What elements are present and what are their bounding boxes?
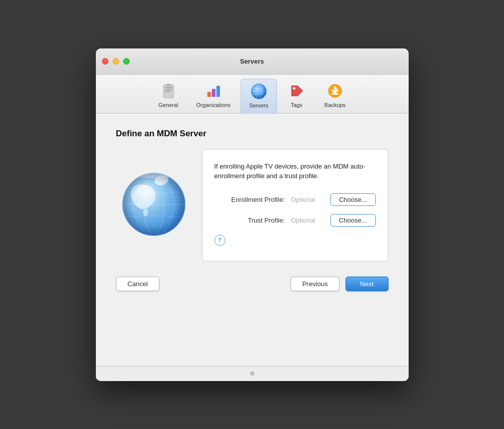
bottom-indicator xyxy=(250,371,254,376)
backup-icon xyxy=(326,82,344,100)
previous-button[interactable]: Previous xyxy=(291,277,340,291)
close-button[interactable] xyxy=(102,58,108,65)
toolbar-item-organizations[interactable]: Organizations xyxy=(188,79,239,113)
maximize-button[interactable] xyxy=(123,58,130,65)
page-title: Define an MDM Server xyxy=(116,129,388,139)
tag-icon xyxy=(288,82,306,100)
globe-container xyxy=(116,154,192,255)
help-button[interactable]: ? xyxy=(214,235,226,246)
toolbar: General Organizations xyxy=(96,75,409,114)
button-row: Cancel Previous Next xyxy=(116,272,388,299)
toolbar-item-backups[interactable]: Backups xyxy=(316,79,354,113)
backups-label: Backups xyxy=(324,102,346,108)
window-title: Servers xyxy=(240,58,264,65)
svg-rect-4 xyxy=(166,84,171,86)
traffic-lights xyxy=(102,58,130,65)
general-icon xyxy=(159,82,178,100)
bottom-bar xyxy=(96,366,409,381)
general-label: General xyxy=(158,102,178,108)
svg-rect-7 xyxy=(216,86,220,97)
svg-point-12 xyxy=(293,87,295,89)
main-window: Servers General xyxy=(96,48,409,381)
svg-rect-3 xyxy=(165,91,170,92)
svg-rect-5 xyxy=(207,92,211,97)
enrollment-profile-label: Enrollment Profile: xyxy=(214,196,285,203)
enrollment-profile-row: Enrollment Profile: Optional Choose... xyxy=(214,193,376,206)
globe-illustration xyxy=(119,169,189,240)
content-area: Define an MDM Server xyxy=(96,114,409,366)
trust-profile-choose-button[interactable]: Choose... xyxy=(330,214,376,227)
servers-label: Servers xyxy=(249,102,268,109)
enrollment-profile-choose-button[interactable]: Choose... xyxy=(330,193,376,206)
next-button[interactable]: Next xyxy=(346,277,388,291)
tags-label: Tags xyxy=(291,102,302,108)
trust-profile-row: Trust Profile: Optional Choose... xyxy=(214,214,376,227)
cancel-button[interactable]: Cancel xyxy=(116,277,159,291)
svg-rect-6 xyxy=(212,89,215,97)
organizations-label: Organizations xyxy=(196,102,231,108)
main-layout: If enrolling Apple TV devices, provide a… xyxy=(116,149,388,261)
toolbar-item-general[interactable]: General xyxy=(150,79,186,113)
organizations-icon xyxy=(204,82,222,100)
svg-rect-2 xyxy=(165,89,172,90)
toolbar-item-servers[interactable]: Servers xyxy=(241,79,277,113)
svg-rect-1 xyxy=(165,87,172,88)
nav-buttons: Previous Next xyxy=(291,277,388,291)
trust-profile-label: Trust Profile: xyxy=(214,217,285,224)
titlebar: Servers xyxy=(96,48,409,75)
enrollment-profile-value: Optional xyxy=(291,196,324,203)
form-panel: If enrolling Apple TV devices, provide a… xyxy=(202,149,388,261)
servers-globe-icon xyxy=(250,82,268,100)
toolbar-item-tags[interactable]: Tags xyxy=(279,79,314,113)
description-text: If enrolling Apple TV devices, provide a… xyxy=(214,162,376,181)
minimize-button[interactable] xyxy=(113,58,119,65)
trust-profile-value: Optional xyxy=(291,217,324,224)
